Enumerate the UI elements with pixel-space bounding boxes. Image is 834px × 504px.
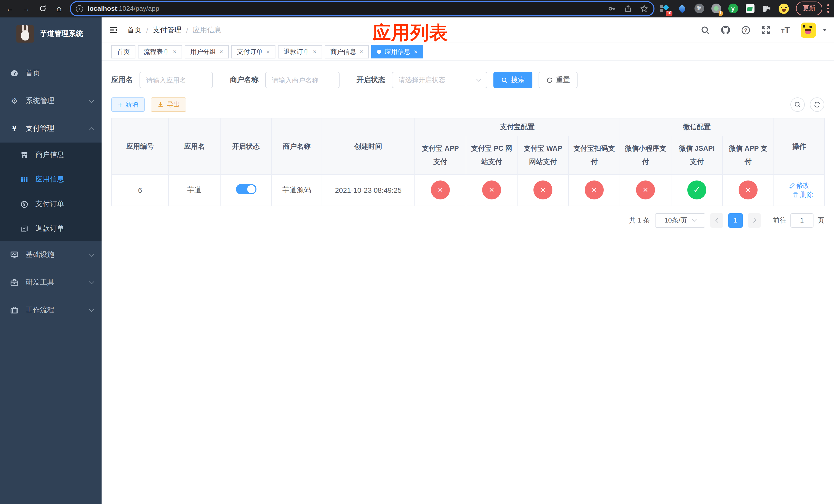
chevron-left-icon xyxy=(715,217,720,223)
tab-refund-orders[interactable]: 退款订单× xyxy=(278,45,322,59)
browser-reload-icon[interactable] xyxy=(36,2,49,15)
merchant-name-label: 商户名称 xyxy=(230,75,259,85)
chevron-down-icon xyxy=(476,76,481,82)
browser-forward-icon[interactable]: → xyxy=(20,2,33,15)
extension-kite-icon[interactable] xyxy=(677,3,687,14)
browser-home-icon[interactable]: ⌂ xyxy=(52,2,66,15)
password-key-icon[interactable] xyxy=(608,4,616,13)
next-page-button[interactable] xyxy=(748,213,761,227)
extension-blocks-icon[interactable]: 10 xyxy=(660,3,671,14)
tab-home[interactable]: 首页 xyxy=(111,45,135,59)
status-icon-alipay-pc: × xyxy=(482,181,501,200)
close-icon[interactable]: × xyxy=(359,48,363,55)
search-button[interactable]: 搜索 xyxy=(493,72,532,88)
grid-icon xyxy=(21,176,28,183)
sidebar-item-label: 研发工具 xyxy=(26,278,90,287)
avatar-caret-icon[interactable] xyxy=(823,29,827,31)
extension-chat-icon[interactable] xyxy=(745,3,755,14)
plus-icon: + xyxy=(118,100,122,109)
col-alipay-pc: 支付宝 PC 网站支付 xyxy=(466,136,517,174)
yen-icon: ¥ xyxy=(10,124,19,133)
close-icon[interactable]: × xyxy=(266,48,270,55)
svg-text:?: ? xyxy=(744,27,747,33)
tab-pay-orders[interactable]: 支付订单× xyxy=(231,45,276,59)
extension-recorder-icon[interactable]: 1 xyxy=(711,3,721,14)
col-wechat-mini: 微信小程序支付 xyxy=(620,136,671,174)
yen-circle-icon xyxy=(21,200,28,208)
status-label: 开启状态 xyxy=(356,75,385,85)
chevron-down-icon xyxy=(89,98,94,103)
close-icon[interactable]: × xyxy=(220,48,223,55)
page-annotation: 应用列表 xyxy=(349,21,472,46)
screen: ← → ⌂ i localhost:1024/pay/app 10 ⌘ xyxy=(0,0,834,504)
breadcrumb-home[interactable]: 首页 xyxy=(127,25,141,35)
sidebar-item-refund-orders[interactable]: 退款订单 xyxy=(0,216,102,241)
tab-merchant-info[interactable]: 商户信息× xyxy=(325,45,369,59)
sidebar-item-pay-orders[interactable]: 支付订单 xyxy=(0,192,102,216)
help-icon[interactable]: ? xyxy=(741,25,750,35)
sidebar-item-workflow[interactable]: 工作流程 xyxy=(0,296,102,324)
prev-page-button[interactable] xyxy=(710,213,723,227)
url-bar[interactable]: i localhost:1024/pay/app xyxy=(71,2,654,15)
search-icon[interactable] xyxy=(701,25,710,35)
close-icon[interactable]: × xyxy=(313,48,316,55)
chevron-down-icon xyxy=(89,307,94,312)
sidebar-item-payment[interactable]: ¥ 支付管理 xyxy=(0,115,102,142)
tab-app-info[interactable]: 应用信息× xyxy=(371,45,423,59)
sidebar-fold-icon[interactable] xyxy=(109,26,118,35)
share-icon[interactable] xyxy=(624,5,632,12)
user-avatar[interactable] xyxy=(801,22,816,38)
tabs-bar: 首页 流程表单× 用户分组× 支付订单× 退款订单× 商户信息× 应用信息× xyxy=(102,43,834,61)
browser-menu-icon[interactable] xyxy=(827,4,829,13)
sidebar-item-app-info[interactable]: 应用信息 xyxy=(0,167,102,192)
col-alipay-wap: 支付宝 WAP 网站支付 xyxy=(517,136,569,174)
cell-app-id: 6 xyxy=(112,174,169,206)
sidebar-item-merchant-info[interactable]: 商户信息 xyxy=(0,142,102,167)
cell-app-name: 芋道 xyxy=(169,174,220,206)
browser-profile-avatar[interactable] xyxy=(778,3,789,14)
font-size-icon[interactable]: TT xyxy=(781,25,790,35)
app-name-input[interactable] xyxy=(139,72,213,88)
cell-merchant: 芋道源码 xyxy=(271,174,322,206)
goto-unit: 页 xyxy=(818,215,824,225)
browser-update-button[interactable]: 更新 xyxy=(796,2,822,15)
table-toolbar: + 新增 导出 xyxy=(111,97,824,112)
refresh-button[interactable] xyxy=(810,97,824,112)
toggle-search-button[interactable] xyxy=(790,97,805,112)
fullscreen-icon[interactable] xyxy=(761,25,770,35)
chevron-down-icon xyxy=(89,251,94,257)
url-text[interactable]: localhost:1024/pay/app xyxy=(88,5,599,12)
current-page[interactable]: 1 xyxy=(728,213,743,227)
tab-process-form[interactable]: 流程表单× xyxy=(138,45,182,59)
site-info-icon[interactable]: i xyxy=(76,5,83,12)
store-icon xyxy=(21,151,28,159)
breadcrumb-payment[interactable]: 支付管理 xyxy=(153,25,181,35)
add-button[interactable]: + 新增 xyxy=(111,97,145,112)
extension-y-icon[interactable]: y xyxy=(728,3,738,14)
export-button[interactable]: 导出 xyxy=(151,97,186,112)
reset-button[interactable]: 重置 xyxy=(539,72,577,88)
enabled-toggle[interactable] xyxy=(236,184,256,194)
browser-back-icon[interactable]: ← xyxy=(3,2,16,15)
briefcase-icon xyxy=(10,306,19,314)
extensions-puzzle-icon[interactable] xyxy=(762,3,772,14)
sidebar-item-dev-tools[interactable]: 研发工具 xyxy=(0,269,102,296)
delete-link[interactable]: 删除 xyxy=(792,190,813,199)
page-size-select[interactable]: 10条/页 xyxy=(655,213,705,227)
tab-user-group[interactable]: 用户分组× xyxy=(185,45,229,59)
close-icon[interactable]: × xyxy=(414,48,418,55)
bookmark-star-icon[interactable] xyxy=(640,4,648,13)
app-logo-row[interactable]: 芋道管理系统 xyxy=(0,18,102,50)
sidebar-item-label: 工作流程 xyxy=(26,305,90,315)
close-icon[interactable]: × xyxy=(173,48,176,55)
sidebar-item-home[interactable]: 首页 xyxy=(0,60,102,87)
goto-page-input[interactable] xyxy=(790,213,813,227)
sidebar-item-infrastructure[interactable]: 基础设施 xyxy=(0,241,102,269)
merchant-name-input[interactable] xyxy=(265,72,339,88)
github-icon[interactable] xyxy=(721,25,730,35)
col-app-name: 应用名 xyxy=(169,118,220,174)
edit-link[interactable]: 修改 xyxy=(789,181,810,190)
status-select[interactable]: 请选择开启状态 xyxy=(392,72,487,88)
sidebar-item-system[interactable]: ⚙ 系统管理 xyxy=(0,87,102,115)
extension-command-icon[interactable]: ⌘ xyxy=(694,3,704,14)
